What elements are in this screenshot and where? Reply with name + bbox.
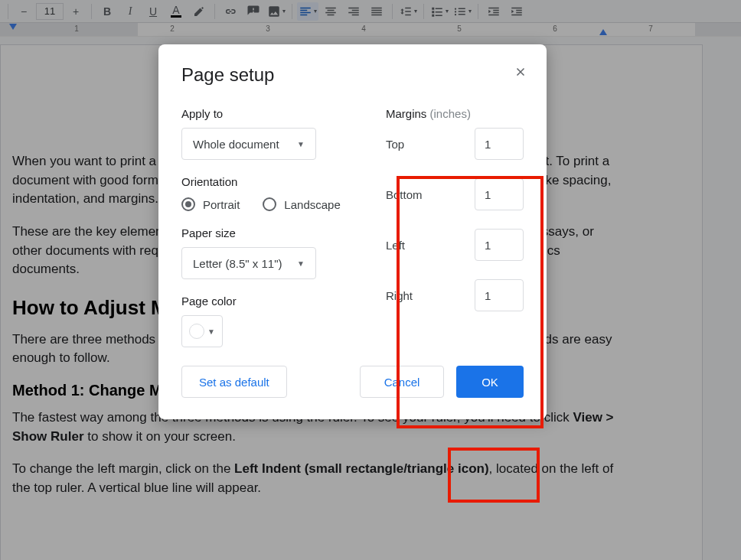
orientation-landscape-radio[interactable]: Landscape (263, 197, 340, 211)
margin-left-label: Left (386, 239, 405, 252)
set-default-button[interactable]: Set as default (181, 366, 287, 398)
color-swatch-icon (189, 324, 204, 339)
close-icon (514, 65, 527, 79)
margin-right-input[interactable] (475, 279, 524, 311)
label-unit: (inches) (430, 107, 471, 120)
orientation-portrait-radio[interactable]: Portrait (181, 197, 240, 211)
radio-icon (263, 197, 276, 211)
dialog-left-column: Apply to Whole document ▼ Orientation Po… (181, 107, 355, 347)
margin-left-input[interactable] (475, 229, 524, 261)
close-button[interactable] (510, 61, 531, 83)
radio-icon (181, 197, 195, 211)
margin-bottom-input[interactable] (475, 178, 524, 210)
apply-to-select[interactable]: Whole document ▼ (181, 128, 316, 160)
label-text: Margins (386, 107, 426, 120)
margin-top-label: Top (386, 138, 404, 151)
paper-size-select[interactable]: Letter (8.5" x 11") ▼ (181, 247, 316, 279)
margins-label: Margins (inches) (386, 107, 524, 120)
dialog-title: Page setup (181, 64, 524, 86)
chevron-down-icon: ▼ (207, 327, 215, 336)
chevron-down-icon: ▼ (297, 140, 305, 148)
margin-top-input[interactable] (475, 128, 524, 160)
radio-label: Landscape (284, 198, 340, 211)
margin-bottom-label: Bottom (386, 188, 423, 201)
margin-right-label: Right (386, 289, 413, 302)
radio-label: Portrait (203, 198, 240, 211)
dialog-right-column: Margins (inches) Top Bottom Left Right (386, 107, 524, 347)
apply-to-label: Apply to (181, 107, 355, 120)
chevron-down-icon: ▼ (297, 259, 305, 268)
ok-button[interactable]: OK (456, 366, 524, 398)
cancel-button[interactable]: Cancel (360, 366, 444, 398)
orientation-label: Orientation (181, 175, 355, 188)
page-color-label: Page color (181, 295, 355, 308)
select-value: Letter (8.5" x 11") (193, 257, 282, 270)
page-setup-dialog: Page setup Apply to Whole document ▼ Ori… (158, 44, 547, 419)
paper-size-label: Paper size (181, 226, 355, 239)
select-value: Whole document (193, 138, 279, 151)
page-color-select[interactable]: ▼ (181, 315, 223, 347)
